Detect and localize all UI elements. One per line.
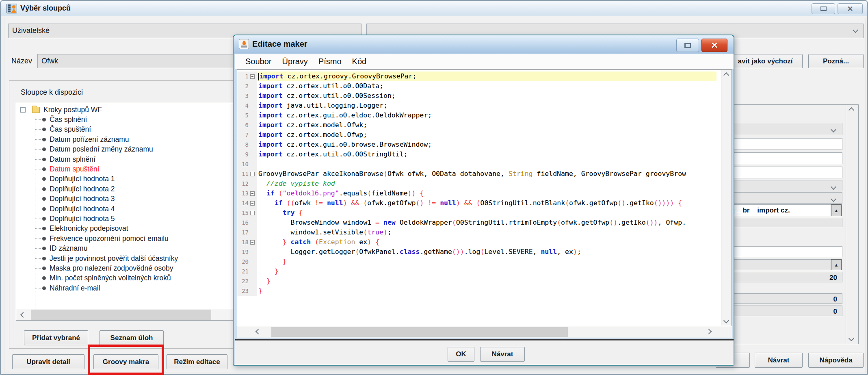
menu-font[interactable]: Písmo	[313, 57, 347, 66]
code-line[interactable]: 10	[237, 159, 716, 169]
code-line[interactable]: 19 Logger.getLogger(OfwkPanel.class.getN…	[237, 247, 716, 257]
maximize-button[interactable]	[812, 3, 835, 14]
code-text: //zde vypiste kod	[257, 179, 716, 189]
fold-collapse-icon[interactable]	[250, 201, 255, 206]
back-button[interactable]: Návrat	[755, 353, 803, 368]
menu-file[interactable]: Soubor	[240, 57, 277, 66]
code-line[interactable]: 18 } catch (Exception ex) {	[237, 237, 716, 247]
tree-item-label: Čas spuštění	[50, 125, 91, 134]
gutter: 5	[237, 111, 257, 120]
line-number: 3	[237, 93, 249, 99]
scroll-down-icon[interactable]	[723, 318, 729, 323]
gutter: 15	[237, 208, 257, 218]
code-text: import cz.ortex.model.Ofwk;	[257, 120, 716, 130]
code-line[interactable]: 3import cz.ortex.util.o0.O0Session;	[237, 91, 716, 101]
code-line[interactable]: 5import cz.ortex.gui.o0.eldoc.OeldokWrap…	[237, 111, 716, 120]
maximize-icon	[820, 7, 827, 11]
name-label: Název	[11, 57, 32, 65]
code-line[interactable]: 6import cz.ortex.model.Ofwk;	[237, 120, 716, 130]
tree-item-label: Náhradní e-mail	[50, 284, 100, 293]
fold-collapse-icon[interactable]	[250, 191, 255, 196]
code-line[interactable]: 8import cz.ortex.gui.o0.browse.BrowseWin…	[237, 140, 716, 150]
tree-connector	[35, 149, 41, 150]
gutter: 20	[237, 257, 257, 267]
task-list-button[interactable]: Seznam úloh	[100, 330, 164, 345]
code-line[interactable]: 16 BrowseWindow window1 = new OeldokWrap…	[237, 218, 716, 228]
set-as-default-button[interactable]: avit jako výchozí	[728, 54, 803, 68]
tree-item-label: ID záznamu	[50, 244, 87, 253]
line-number: 4	[237, 102, 249, 109]
scroll-up-icon[interactable]	[849, 107, 854, 113]
note-button[interactable]: Pozná...	[808, 54, 864, 68]
right-up-button[interactable]: ▲	[831, 259, 842, 270]
code-line[interactable]: 11GroovyBrowsePar akceIkonaBrowse(Ofwk o…	[237, 169, 716, 179]
code-line[interactable]: 9import cz.ortex.util.o0.O0StringUtil;	[237, 150, 716, 159]
bullet-icon	[42, 138, 46, 141]
bullet-icon	[42, 237, 46, 241]
dialog-close-button[interactable]: ✕	[701, 39, 727, 52]
scroll-right-icon[interactable]	[706, 329, 712, 334]
code-editor[interactable]: 1import cz.ortex.groovy.GroovyBrowsePar;…	[237, 69, 732, 326]
tree-item-label: Min. počet splněných volitelných kroků	[50, 274, 171, 282]
close-button[interactable]: ✕	[838, 3, 863, 14]
tree-scrollbar-thumb[interactable]	[31, 310, 211, 320]
code-line[interactable]: 12 //zde vypiste kod	[237, 179, 716, 189]
dialog-menubar: Soubor Úpravy Písmo Kód	[235, 54, 734, 69]
editor-horizontal-scrollbar[interactable]	[237, 326, 732, 338]
bullet-icon	[42, 247, 46, 250]
code-text: import cz.ortex.groovy.GroovyBrowsePar;	[257, 72, 716, 81]
dialog-back-button[interactable]: Návrat	[480, 347, 525, 362]
editor-scrollbar-thumb[interactable]	[271, 327, 568, 337]
line-number: 14	[237, 200, 249, 206]
menu-code[interactable]: Kód	[347, 57, 372, 66]
code-line[interactable]: 14 if ((ofwk != null) && (ofwk.getOfwp()…	[237, 198, 716, 208]
scroll-left-icon[interactable]	[16, 309, 30, 320]
code-text: }	[257, 257, 716, 267]
bullet-icon	[42, 207, 46, 211]
menu-edit[interactable]: Úpravy	[277, 57, 313, 66]
scroll-up-icon[interactable]	[723, 72, 729, 78]
tree-connector	[35, 189, 41, 189]
fold-collapse-icon[interactable]	[250, 240, 255, 245]
bullet-icon	[42, 158, 46, 161]
code-line[interactable]: 4import java.util.logging.Logger;	[237, 101, 716, 111]
close-icon: ✕	[847, 5, 853, 13]
help-button[interactable]: Nápověda	[808, 353, 864, 368]
code-line[interactable]: 13 if ("oeldok16.png".equals(fieldName))…	[237, 189, 716, 198]
code-line[interactable]: 17 window1.setVisible(true);	[237, 228, 716, 237]
gutter: 14	[237, 198, 257, 208]
edit-detail-button[interactable]: Upravit detail	[12, 354, 84, 369]
groovy-macros-button[interactable]: Groovy makra	[93, 354, 158, 369]
edit-mode-button[interactable]: Režim editace	[167, 354, 227, 369]
code-line[interactable]: 2import cz.ortex.util.o0.O0Data;	[237, 81, 716, 91]
fold-collapse-icon[interactable]	[250, 172, 255, 176]
tree-connector	[35, 159, 41, 160]
code-text: } catch (Exception ex) {	[257, 237, 716, 247]
import-spin-button[interactable]: ▲	[831, 204, 842, 216]
dialog-maximize-button[interactable]	[676, 39, 699, 52]
scroll-down-icon[interactable]	[849, 336, 854, 341]
tree-item-label: Datum splnění	[50, 155, 95, 164]
ok-button[interactable]: OK	[448, 347, 474, 362]
collapse-icon[interactable]	[20, 107, 26, 113]
code-line[interactable]: 15 try {	[237, 208, 716, 218]
fold-collapse-icon[interactable]	[250, 74, 255, 79]
tree-item-label: Datum pořízení záznamu	[50, 135, 129, 144]
tree-connector	[35, 119, 41, 120]
scroll-left-icon[interactable]	[255, 329, 261, 334]
bullet-icon	[42, 197, 46, 201]
code-line[interactable]: 22 }	[237, 276, 716, 286]
code-line[interactable]: 7import cz.ortex.model.Ofwp;	[237, 130, 716, 140]
code-line[interactable]: 20 }	[237, 257, 716, 267]
line-number: 21	[237, 268, 249, 275]
line-number: 8	[237, 141, 249, 148]
right-panel-scrollbar[interactable]	[846, 106, 857, 343]
bullet-icon	[42, 276, 46, 280]
code-line[interactable]: 1import cz.ortex.groovy.GroovyBrowsePar;	[237, 72, 716, 81]
add-selected-button[interactable]: Přidat vybrané	[24, 330, 88, 345]
code-line[interactable]: 21 }	[237, 267, 716, 276]
code-line[interactable]: 23}	[237, 286, 716, 296]
editor-vertical-scrollbar[interactable]	[721, 70, 732, 326]
code-text: Logger.getLogger(OfwkPanel.class.getName…	[257, 247, 716, 257]
fold-collapse-icon[interactable]	[250, 211, 255, 215]
